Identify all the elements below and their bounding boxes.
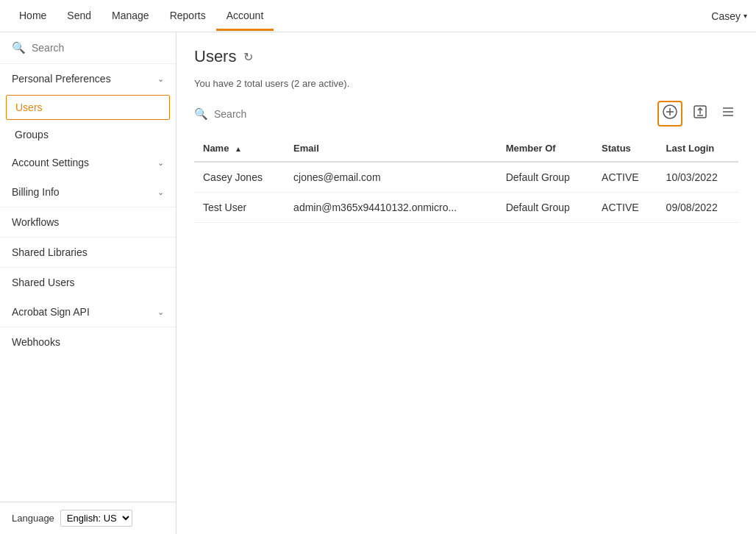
sidebar-item-shared-libraries[interactable]: Shared Libraries — [0, 237, 176, 267]
top-navigation: Home Send Manage Reports Account Casey ▾ — [0, 0, 756, 32]
cell-status: ACTIVE — [593, 162, 657, 193]
more-options-button[interactable] — [718, 102, 738, 126]
body-layout: 🔍 Personal Preferences ⌄ Users Groups Ac… — [0, 32, 756, 534]
toolbar-actions — [657, 101, 738, 127]
user-menu-chevron-icon: ▾ — [743, 12, 747, 20]
col-header-name[interactable]: Name ▲ — [194, 135, 285, 162]
users-table: Name ▲ Email Member Of Status Last Login… — [194, 135, 738, 223]
nav-reports[interactable]: Reports — [160, 2, 216, 31]
sidebar-item-account-settings[interactable]: Account Settings ⌄ — [0, 148, 176, 177]
add-user-button[interactable] — [657, 101, 682, 127]
chevron-down-icon: ⌄ — [157, 74, 164, 84]
sidebar-acrobat-sign-api-label: Acrobat Sign API — [12, 306, 90, 318]
cell-member-of: Default Group — [497, 162, 593, 193]
page-title: Users — [194, 47, 236, 66]
nav-home[interactable]: Home — [9, 2, 57, 31]
sidebar-item-groups[interactable]: Groups — [0, 121, 176, 148]
sidebar-shared-users-label: Shared Users — [12, 277, 75, 288]
sidebar-account-settings-label: Account Settings — [12, 157, 89, 168]
user-menu[interactable]: Casey ▾ — [711, 10, 747, 22]
nav-send[interactable]: Send — [57, 2, 101, 31]
table-row[interactable]: Casey Jones cjones@email.com Default Gro… — [194, 162, 738, 193]
sidebar-item-billing-info[interactable]: Billing Info ⌄ — [0, 177, 176, 207]
table-search-input[interactable] — [214, 108, 652, 120]
col-header-status: Status — [593, 135, 657, 162]
sidebar-item-shared-users[interactable]: Shared Users — [0, 267, 176, 297]
chevron-down-icon: ⌄ — [157, 158, 164, 168]
col-header-last-login: Last Login — [657, 135, 738, 162]
sidebar-search-input[interactable] — [32, 42, 164, 54]
chevron-down-icon: ⌄ — [157, 188, 164, 197]
cell-email: admin@m365x94410132.onmicro... — [285, 193, 497, 223]
export-button[interactable] — [690, 102, 710, 126]
cell-last-login: 09/08/2022 — [657, 193, 738, 223]
table-search-icon: 🔍 — [194, 107, 208, 121]
refresh-icon[interactable]: ↻ — [243, 50, 253, 64]
user-name: Casey — [711, 10, 741, 22]
sidebar-webhooks-label: Webhooks — [12, 336, 60, 348]
sidebar-users-label: Users — [15, 102, 43, 113]
main-content: Users ↻ You have 2 total users (2 are ac… — [176, 32, 756, 534]
page-title-row: Users ↻ — [194, 47, 738, 66]
nav-manage[interactable]: Manage — [101, 2, 160, 31]
sidebar-workflows-label: Workflows — [12, 216, 59, 228]
col-header-member-of: Member Of — [497, 135, 593, 162]
sidebar: 🔍 Personal Preferences ⌄ Users Groups Ac… — [0, 32, 176, 534]
sort-asc-icon: ▲ — [235, 145, 242, 153]
cell-member-of: Default Group — [497, 193, 593, 223]
language-select[interactable]: English: US — [60, 510, 132, 527]
table-search-container: 🔍 — [194, 107, 652, 121]
cell-email: cjones@email.com — [285, 162, 497, 193]
chevron-down-icon: ⌄ — [157, 307, 164, 317]
cell-name: Test User — [194, 193, 285, 223]
sidebar-search-container: 🔍 — [0, 32, 176, 64]
sidebar-item-acrobat-sign-api[interactable]: Acrobat Sign API ⌄ — [0, 297, 176, 327]
sidebar-footer: Language English: US — [0, 502, 176, 534]
table-toolbar: 🔍 — [194, 101, 738, 127]
search-icon: 🔍 — [12, 41, 26, 54]
table-body: Casey Jones cjones@email.com Default Gro… — [194, 162, 738, 223]
col-header-email: Email — [285, 135, 497, 162]
sidebar-item-workflows[interactable]: Workflows — [0, 207, 176, 237]
cell-name: Casey Jones — [194, 162, 285, 193]
cell-last-login: 10/03/2022 — [657, 162, 738, 193]
sidebar-billing-info-label: Billing Info — [12, 186, 60, 198]
sidebar-personal-preferences-label: Personal Preferences — [12, 73, 111, 85]
table-header: Name ▲ Email Member Of Status Last Login — [194, 135, 738, 162]
language-label: Language — [12, 513, 54, 524]
table-row[interactable]: Test User admin@m365x94410132.onmicro...… — [194, 193, 738, 223]
sidebar-item-personal-preferences[interactable]: Personal Preferences ⌄ — [0, 64, 176, 93]
user-count-text: You have 2 total users (2 are active). — [194, 78, 738, 89]
cell-status: ACTIVE — [593, 193, 657, 223]
nav-account[interactable]: Account — [216, 2, 274, 31]
sidebar-groups-label: Groups — [15, 129, 49, 140]
sidebar-item-users[interactable]: Users — [6, 95, 170, 120]
sidebar-shared-libraries-label: Shared Libraries — [12, 246, 88, 258]
sidebar-item-webhooks[interactable]: Webhooks — [0, 327, 176, 357]
